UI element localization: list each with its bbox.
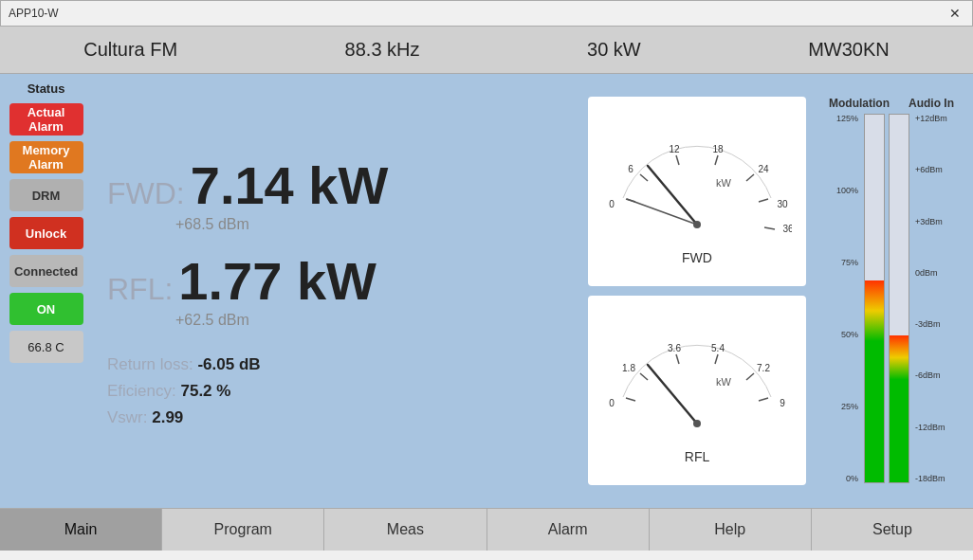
level-meters: Modulation Audio In 125% 100% 75% 50% 25… xyxy=(825,89,958,493)
audio-bar-fill xyxy=(890,335,909,482)
drm-button[interactable]: DRM xyxy=(9,179,83,211)
tab-alarm[interactable]: Alarm xyxy=(487,509,650,551)
fwd-sub: +68.5 dBm xyxy=(175,216,569,233)
right-scale: +12dBm +6dBm +3dBm 0dBm -3dBm -6dBm -12d… xyxy=(913,114,951,483)
tab-program[interactable]: Program xyxy=(162,509,324,551)
audio-title: Audio In xyxy=(909,97,954,110)
rfl-value: 1.77 kW xyxy=(178,250,376,312)
memory-alarm-button[interactable]: Memory Alarm xyxy=(9,141,83,173)
sidebar: Status Actual Alarm Memory Alarm DRM Unl… xyxy=(0,74,92,508)
on-button[interactable]: ON xyxy=(9,293,83,325)
frequency: 88.3 kHz xyxy=(345,39,420,61)
meters-body: 125% 100% 75% 50% 25% 0% +12dBm xyxy=(830,114,953,483)
rfl-gauge-label: RFL xyxy=(685,449,709,464)
svg-text:18: 18 xyxy=(712,144,724,154)
fwd-row: FWD: 7.14 kW +68.5 dBm xyxy=(107,154,569,233)
svg-text:kW: kW xyxy=(716,376,732,388)
svg-rect-0 xyxy=(602,116,792,239)
svg-text:kW: kW xyxy=(716,177,732,189)
modulation-bar-fill xyxy=(865,280,884,482)
vswr-label: Vswr: xyxy=(107,408,148,426)
content-area: FWD: 7.14 kW +68.5 dBm RFL: 1.77 kW +62.… xyxy=(92,74,973,508)
app-title: APP10-W xyxy=(9,7,59,20)
rfl-gauge: 0 1.8 3.6 5.4 7.2 xyxy=(588,296,806,485)
stats-panel: Return loss: -6.05 dB Eficiency: 75.2 % … xyxy=(107,355,569,427)
svg-text:3.6: 3.6 xyxy=(668,343,681,353)
svg-point-18 xyxy=(693,221,701,228)
rfl-row: RFL: 1.77 kW +62.5 dBm xyxy=(107,250,569,329)
fwd-value: 7.14 kW xyxy=(191,154,389,216)
unlock-button[interactable]: Unlock xyxy=(9,217,83,249)
header-bar: Cultura FM 88.3 kHz 30 kW MW30KN xyxy=(0,27,973,74)
tab-help[interactable]: Help xyxy=(650,509,812,551)
fwd-gauge-svg: 0 6 12 18 24 xyxy=(602,106,792,248)
main-area: Status Actual Alarm Memory Alarm DRM Unl… xyxy=(0,74,973,508)
close-button[interactable]: ✕ xyxy=(945,4,964,23)
station-name: Cultura FM xyxy=(83,39,177,61)
svg-text:6: 6 xyxy=(628,164,633,174)
fwd-gauge: 0 6 12 18 24 xyxy=(588,97,806,286)
tab-main[interactable]: Main xyxy=(0,509,162,551)
svg-text:24: 24 xyxy=(758,164,769,174)
return-loss-value: -6.05 dB xyxy=(197,355,260,373)
power: 30 kW xyxy=(587,39,641,61)
measurements-panel: FWD: 7.14 kW +68.5 dBm RFL: 1.77 kW +62.… xyxy=(107,89,569,493)
rfl-label: RFL: xyxy=(107,272,173,307)
meters-header: Modulation Audio In xyxy=(829,97,954,110)
svg-text:0: 0 xyxy=(609,199,615,209)
svg-point-34 xyxy=(693,420,701,427)
efficiency-row: Eficiency: 75.2 % xyxy=(107,382,569,401)
vswr-row: Vswr: 2.99 xyxy=(107,408,569,427)
svg-text:36: 36 xyxy=(782,224,792,234)
tab-setup[interactable]: Setup xyxy=(812,509,973,551)
efficiency-value: 75.2 % xyxy=(180,382,230,400)
svg-text:5.4: 5.4 xyxy=(711,343,725,353)
svg-text:30: 30 xyxy=(777,199,788,209)
title-bar: APP10-W ✕ xyxy=(0,0,973,27)
svg-text:9: 9 xyxy=(780,398,785,408)
return-loss-label: Return loss: xyxy=(107,355,193,373)
audio-bar-track xyxy=(889,114,909,483)
vswr-value: 2.99 xyxy=(152,408,183,426)
rfl-sub: +62.5 dBm xyxy=(175,312,569,329)
modulation-bar-track xyxy=(864,114,885,483)
fwd-label: FWD: xyxy=(107,176,185,211)
tab-bar: Main Program Meas Alarm Help Setup xyxy=(0,508,973,551)
temperature-display: 66.8 C xyxy=(9,331,83,363)
svg-text:0: 0 xyxy=(609,398,615,408)
connected-button[interactable]: Connected xyxy=(9,255,83,287)
gauges-area: 0 6 12 18 24 xyxy=(588,89,806,493)
svg-rect-19 xyxy=(602,315,792,438)
svg-text:1.8: 1.8 xyxy=(622,363,635,373)
model: MW30KN xyxy=(808,39,890,61)
svg-text:12: 12 xyxy=(669,144,680,154)
fwd-gauge-label: FWD xyxy=(682,250,712,265)
efficiency-label: Eficiency: xyxy=(107,382,176,400)
return-loss-row: Return loss: -6.05 dB xyxy=(107,355,569,374)
status-heading: Status xyxy=(28,81,65,96)
actual-alarm-button[interactable]: Actual Alarm xyxy=(9,103,83,135)
svg-text:7.2: 7.2 xyxy=(757,363,770,373)
modulation-title: Modulation xyxy=(829,97,890,110)
rfl-gauge-svg: 0 1.8 3.6 5.4 7.2 xyxy=(602,305,792,447)
tab-meas[interactable]: Meas xyxy=(324,509,486,551)
left-scale: 125% 100% 75% 50% 25% 0% xyxy=(830,114,860,483)
